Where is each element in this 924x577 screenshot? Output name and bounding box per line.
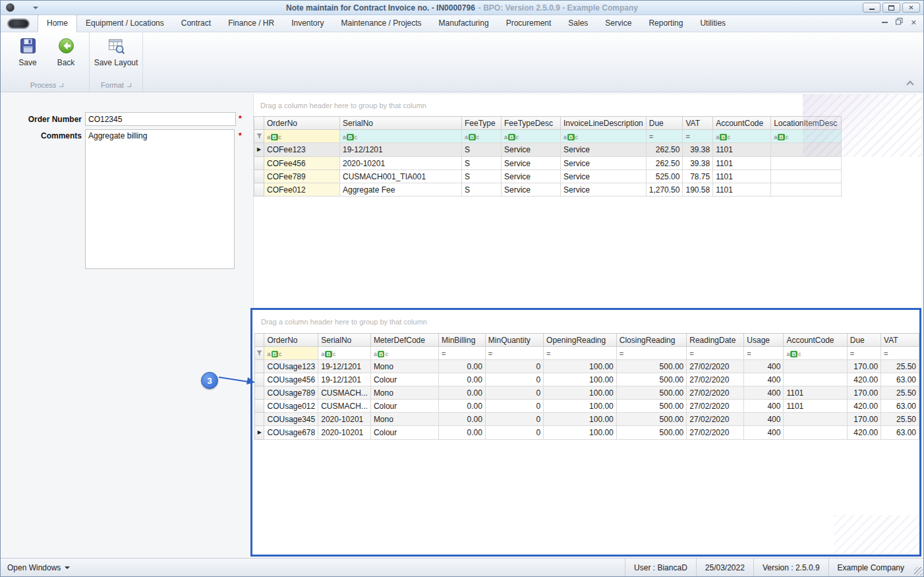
column-header-minbilling[interactable]: MinBilling: [439, 334, 486, 347]
grid-cell[interactable]: COFee789: [264, 170, 340, 183]
column-header-orderno[interactable]: OrderNo: [264, 117, 340, 130]
filter-cell-usage[interactable]: =: [744, 347, 784, 360]
grid-cell[interactable]: 25.50: [881, 360, 919, 373]
filter-cell-feetype[interactable]: aBc: [462, 130, 502, 143]
column-header-closingreading[interactable]: ClosingReading: [616, 334, 687, 347]
column-header-accountcode[interactable]: AccountCode: [784, 334, 847, 347]
grid-cell[interactable]: Service: [561, 183, 647, 197]
filter-cell-meterdefcode[interactable]: aBc: [370, 347, 438, 360]
column-header-vat[interactable]: VAT: [881, 334, 919, 347]
group-by-panel[interactable]: Drag a column header here to group by th…: [254, 94, 921, 116]
filter-cell-orderno[interactable]: aBc: [264, 347, 318, 360]
column-header-usage[interactable]: Usage: [744, 334, 784, 347]
grid-cell[interactable]: 0.00: [439, 426, 486, 440]
grid-cell[interactable]: 500.00: [616, 386, 687, 400]
dialog-launcher-icon[interactable]: [127, 83, 131, 87]
grid-cell[interactable]: [771, 170, 842, 183]
column-header-invoicelinedescription[interactable]: InvoiceLineDescription: [561, 117, 647, 130]
grid-cell[interactable]: 170.00: [847, 386, 881, 400]
grid-cell[interactable]: COFee123: [264, 143, 340, 157]
grid-cell[interactable]: 1101: [784, 400, 847, 413]
grid-cell[interactable]: 2020-10201: [318, 426, 371, 440]
grid-cell[interactable]: Service: [502, 183, 561, 197]
grid-cell[interactable]: 19-12/1201: [318, 373, 371, 386]
grid-cell[interactable]: Service: [561, 143, 647, 157]
grid-cell[interactable]: Mono: [370, 386, 438, 400]
tab-inventory[interactable]: Inventory: [283, 15, 332, 32]
grid-cell[interactable]: 420.00: [847, 373, 881, 386]
column-header-orderno[interactable]: OrderNo: [264, 334, 318, 347]
child-minimize-button[interactable]: [882, 22, 888, 23]
grid-cell[interactable]: [784, 426, 847, 440]
tab-service[interactable]: Service: [596, 15, 640, 32]
grid-cell[interactable]: 2020-10201: [340, 157, 462, 170]
filter-cell-invoicelinedescription[interactable]: aBc: [561, 130, 647, 143]
grid-cell[interactable]: Service: [502, 170, 561, 183]
column-header-feetypedesc[interactable]: FeeTypeDesc: [502, 117, 561, 130]
grid-cell[interactable]: 1101: [713, 183, 771, 197]
grid-cell[interactable]: 400: [744, 373, 784, 386]
grid-cell[interactable]: 63.00: [881, 426, 919, 440]
grid-cell[interactable]: 500.00: [616, 413, 687, 426]
tab-equipment-locations[interactable]: Equipment / Locations: [77, 15, 173, 32]
column-header-openingreading[interactable]: OpeningReading: [544, 334, 617, 347]
grid-cell[interactable]: 63.00: [881, 400, 919, 413]
grid-cell[interactable]: COUsage345: [264, 413, 318, 426]
grid-cell[interactable]: 190.58: [683, 183, 713, 197]
grid-cell[interactable]: CUSMACH001_TIA001: [340, 170, 462, 183]
grid-cell[interactable]: Service: [561, 170, 647, 183]
filter-cell-due[interactable]: =: [646, 130, 683, 143]
grid-cell[interactable]: Colour: [370, 426, 438, 440]
app-icon[interactable]: [6, 3, 14, 12]
grid-cell[interactable]: 400: [744, 386, 784, 400]
grid-cell[interactable]: 100.00: [544, 386, 617, 400]
grid-cell[interactable]: 0: [485, 413, 543, 426]
grid-cell[interactable]: [784, 413, 847, 426]
grid-cell[interactable]: 27/02/2020: [687, 426, 744, 440]
grid-cell[interactable]: 500.00: [616, 400, 687, 413]
grid-cell[interactable]: 39.38: [683, 143, 713, 157]
grid-cell[interactable]: 100.00: [544, 413, 617, 426]
filter-cell-minbilling[interactable]: =: [439, 347, 486, 360]
grid-cell[interactable]: 0.00: [439, 373, 486, 386]
filter-cell-feetypedesc[interactable]: aBc: [502, 130, 561, 143]
grid-cell[interactable]: COFee012: [264, 183, 340, 197]
grid-cell[interactable]: 39.38: [683, 157, 713, 170]
grid-cell[interactable]: 420.00: [847, 400, 881, 413]
group-by-panel[interactable]: Drag a column header here to group by th…: [254, 310, 919, 333]
grid-cell[interactable]: 25.50: [881, 413, 919, 426]
grid-cell[interactable]: 400: [744, 360, 784, 373]
grid-cell[interactable]: S: [462, 170, 502, 183]
column-header-meterdefcode[interactable]: MeterDefCode: [370, 334, 438, 347]
grid-cell[interactable]: [771, 143, 842, 157]
grid-cell[interactable]: 63.00: [881, 373, 919, 386]
grid-cell[interactable]: 27/02/2020: [687, 386, 744, 400]
tab-sales[interactable]: Sales: [560, 15, 596, 32]
tab-manufacturing[interactable]: Manufacturing: [430, 15, 498, 32]
dialog-launcher-icon[interactable]: [59, 83, 63, 87]
grid-cell[interactable]: 1,270.50: [646, 183, 683, 197]
grid-cell[interactable]: Service: [502, 143, 561, 157]
filter-cell-accountcode[interactable]: aBc: [784, 347, 847, 360]
close-button[interactable]: ✕: [902, 3, 920, 13]
grid-cell[interactable]: Service: [561, 157, 647, 170]
grid-cell[interactable]: 100.00: [544, 426, 617, 440]
grid-cell[interactable]: COFee456: [264, 157, 340, 170]
save-button[interactable]: Save: [10, 34, 45, 80]
grid-cell[interactable]: 170.00: [847, 360, 881, 373]
filter-cell-serialno[interactable]: aBc: [318, 347, 371, 360]
grid-cell[interactable]: 400: [744, 426, 784, 440]
grid-cell[interactable]: 100.00: [544, 373, 617, 386]
grid-cell[interactable]: 0: [485, 386, 543, 400]
filter-cell-accountcode[interactable]: aBc: [713, 130, 771, 143]
grid-cell[interactable]: 0.00: [439, 400, 486, 413]
maximize-button[interactable]: [882, 3, 900, 13]
filter-cell-closingreading[interactable]: =: [616, 347, 687, 360]
grid-cell[interactable]: [784, 373, 847, 386]
grid-cell[interactable]: 0: [485, 426, 543, 440]
comments-textarea[interactable]: Aggregate billing: [85, 129, 235, 269]
grid-cell[interactable]: Aggregate Fee: [340, 183, 462, 197]
grid-cell[interactable]: 170.00: [847, 413, 881, 426]
grid-cell[interactable]: 78.75: [683, 170, 713, 183]
column-header-minquantity[interactable]: MinQuantity: [485, 334, 543, 347]
